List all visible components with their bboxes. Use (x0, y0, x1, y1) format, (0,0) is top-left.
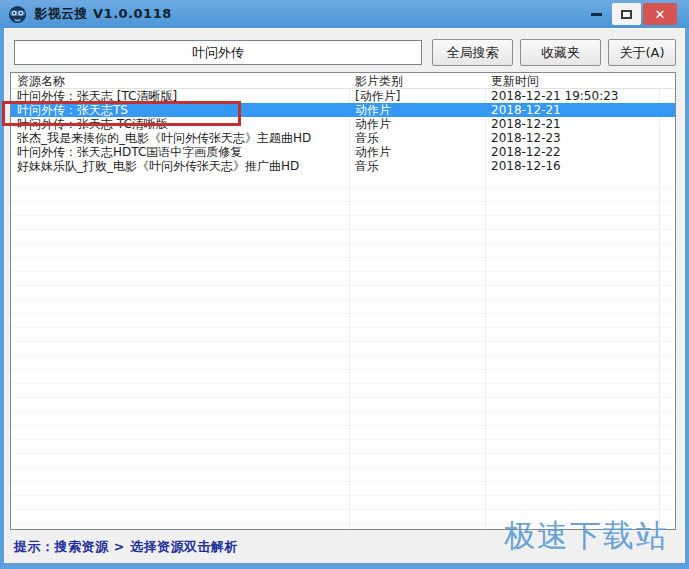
table-row[interactable]: 叶问外传：张天志 [TC清晰版][动作片]2018-12-21 19:50:23 (11, 89, 675, 103)
cell-category: 动作片 (349, 145, 485, 159)
cell-category: 音乐 (349, 131, 485, 145)
window-title: 影视云搜 V1.0.0118 (34, 5, 172, 23)
empty-rows-area (11, 174, 675, 529)
status-hint: 提示：搜索资源 > 选择资源双击解析 (14, 538, 238, 556)
cell-category: 动作片 (349, 103, 485, 117)
column-header-category[interactable]: 影片类别 (349, 73, 485, 88)
cell-category: 音乐 (349, 159, 485, 173)
cell-updated: 2018-12-16 (485, 159, 659, 173)
cell-updated: 2018-12-21 (485, 103, 659, 117)
maximize-button[interactable] (612, 3, 641, 25)
global-search-button[interactable]: 全局搜索 (432, 39, 513, 66)
cell-name: 叶问外传：张天志TS (11, 103, 349, 117)
favorites-button[interactable]: 收藏夹 (520, 39, 601, 66)
cell-updated: 2018-12-21 19:50:23 (485, 89, 659, 103)
results-listview: 资源名称 影片类别 更新时间 叶问外传：张天志 [TC清晰版][动作片]2018… (10, 72, 676, 530)
table-row[interactable]: 叶问外传：张天志TS动作片2018-12-21 (11, 103, 675, 117)
cell-updated: 2018-12-23 (485, 131, 659, 145)
cell-category: [动作片] (349, 89, 485, 103)
cell-category: 动作片 (349, 117, 485, 131)
table-header: 资源名称 影片类别 更新时间 (11, 73, 675, 89)
cell-updated: 2018-12-22 (485, 145, 659, 159)
cell-updated: 2018-12-21 (485, 117, 659, 131)
cell-name: 张杰_我是来揍你的_电影《叶问外传张天志》主题曲HD (11, 131, 349, 145)
search-input[interactable] (14, 40, 422, 65)
titlebar[interactable]: 影视云搜 V1.0.0118 ✕ (0, 0, 689, 28)
table-row[interactable]: 叶问外传：张天志 TC清晰版动作片2018-12-21 (11, 117, 675, 131)
close-button[interactable]: ✕ (643, 3, 677, 25)
app-window: 影视云搜 V1.0.0118 ✕ 全局搜索 收藏夹 关于(A) 资源名称 影片类… (0, 0, 689, 569)
minimize-icon (591, 13, 602, 16)
column-header-updated[interactable]: 更新时间 (485, 73, 659, 88)
app-logo-icon (8, 5, 27, 24)
about-button[interactable]: 关于(A) (608, 39, 676, 66)
maximize-icon (621, 10, 632, 19)
cell-name: 叶问外传：张天志 [TC清晰版] (11, 89, 349, 103)
status-bar: 提示：搜索资源 > 选择资源双击解析 (4, 530, 685, 563)
client-area: 全局搜索 收藏夹 关于(A) 资源名称 影片类别 更新时间 叶问外传：张天志 [… (4, 28, 685, 563)
table-row[interactable]: 张杰_我是来揍你的_电影《叶问外传张天志》主题曲HD音乐2018-12-23 (11, 131, 675, 145)
close-icon: ✕ (655, 7, 666, 22)
column-header-name[interactable]: 资源名称 (11, 73, 349, 88)
cell-name: 好妹妹乐队_打败_电影《叶问外传张天志》推广曲HD (11, 159, 349, 173)
cell-name: 叶问外传：张天志 TC清晰版 (11, 117, 349, 131)
table-row[interactable]: 叶问外传：张天志HDTC国语中字画质修复动作片2018-12-22 (11, 145, 675, 159)
table-row[interactable]: 好妹妹乐队_打败_电影《叶问外传张天志》推广曲HD音乐2018-12-16 (11, 159, 675, 173)
minimize-button[interactable] (583, 3, 610, 25)
table-body: 叶问外传：张天志 [TC清晰版][动作片]2018-12-21 19:50:23… (11, 89, 675, 173)
cell-name: 叶问外传：张天志HDTC国语中字画质修复 (11, 145, 349, 159)
